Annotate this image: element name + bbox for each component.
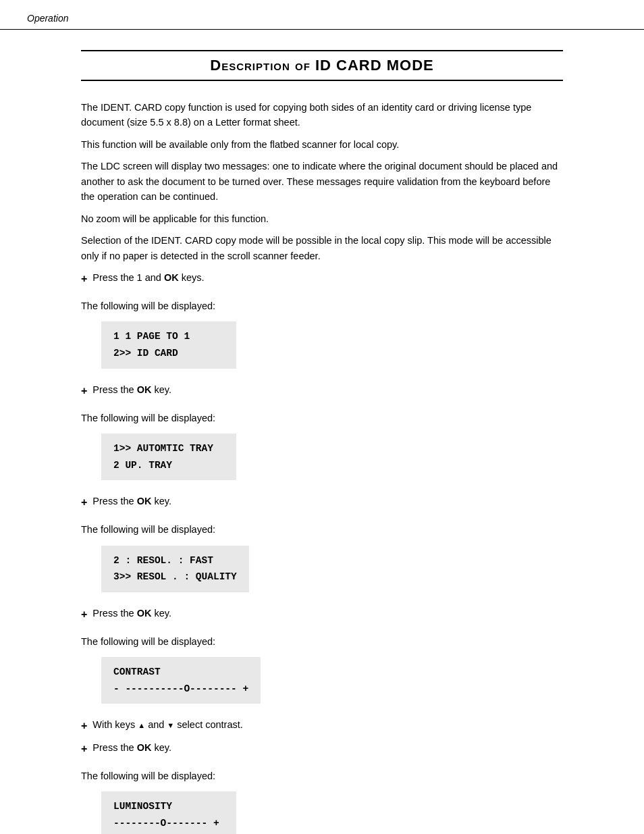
display-line: LUMINOSITY xyxy=(113,798,224,815)
step-arrows-text: With keys ▲ and ▼ select contrast. xyxy=(92,717,242,732)
step-arrows-line: +With keys ▲ and ▼ select contrast. xyxy=(81,717,563,735)
step-line: +Press the OK key. xyxy=(81,382,563,400)
display-box: 1>> AUTOMTIC TRAY2 UP. TRAY xyxy=(101,434,236,480)
plus-icon: + xyxy=(81,718,87,735)
header-label: Operation xyxy=(27,13,68,24)
following-text: The following will be displayed: xyxy=(81,634,563,649)
plus-icon: + xyxy=(81,494,87,511)
step-line: +Press the OK key. xyxy=(81,740,563,758)
arrow-down-icon: ▼ xyxy=(167,721,174,729)
display-box: CONTRAST - ----------O-------- + xyxy=(101,657,261,704)
step-text: Press the 1 and OK keys. xyxy=(92,270,204,285)
plus-icon: + xyxy=(81,271,87,288)
step-text: Press the OK key. xyxy=(92,740,171,755)
main-content: Description of ID CARD MODE The IDENT. C… xyxy=(0,30,644,834)
plus-icon: + xyxy=(81,606,87,623)
intro-para-4: No zoom will be applicable for this func… xyxy=(81,211,563,226)
display-box: LUMINOSITY--------O------- + xyxy=(101,791,236,834)
following-text: The following will be displayed: xyxy=(81,411,563,425)
page-header: Operation xyxy=(0,0,644,30)
display-line: 1 1 PAGE TO 1 xyxy=(113,328,224,345)
following-text: The following will be displayed: xyxy=(81,522,563,537)
following-text: The following will be displayed: xyxy=(81,298,563,313)
display-box: 1 1 PAGE TO 12>> ID CARD xyxy=(101,321,236,368)
plus-icon: + xyxy=(81,383,87,400)
intro-para-5: Selection of the IDENT. CARD copy mode w… xyxy=(81,233,563,263)
intro-para-1: The IDENT. CARD copy function is used fo… xyxy=(81,100,563,130)
step-line: +Press the OK key. xyxy=(81,606,563,623)
step-line: +Press the 1 and OK keys. xyxy=(81,270,563,288)
display-line: 3>> RESOL . : QUALITY xyxy=(113,569,237,585)
display-line: 1>> AUTOMTIC TRAY xyxy=(113,440,224,457)
display-line: 2>> ID CARD xyxy=(113,345,224,362)
arrow-up-icon: ▲ xyxy=(138,721,145,729)
display-line: CONTRAST xyxy=(113,664,248,681)
step-text: Press the OK key. xyxy=(92,494,171,509)
display-line: --------O------- + xyxy=(113,815,224,832)
page-title: Description of ID CARD MODE xyxy=(81,50,563,74)
step-line: +Press the OK key. xyxy=(81,494,563,511)
display-box: 2 : RESOL. : FAST3>> RESOL . : QUALITY xyxy=(101,546,249,592)
step-text: Press the OK key. xyxy=(92,382,171,397)
display-line: - ----------O-------- + xyxy=(113,681,248,698)
display-line: 2 UP. TRAY xyxy=(113,457,224,474)
following-text: The following will be displayed: xyxy=(81,768,563,783)
steps-container: +Press the 1 and OK keys.The following w… xyxy=(81,270,563,834)
title-section: Description of ID CARD MODE xyxy=(81,50,563,81)
display-line: 2 : RESOL. : FAST xyxy=(113,552,237,569)
intro-para-2: This function will be available only fro… xyxy=(81,137,563,152)
intro-para-3: The LDC screen will display two messages… xyxy=(81,159,563,204)
step-text: Press the OK key. xyxy=(92,606,171,621)
plus-icon: + xyxy=(81,741,87,758)
